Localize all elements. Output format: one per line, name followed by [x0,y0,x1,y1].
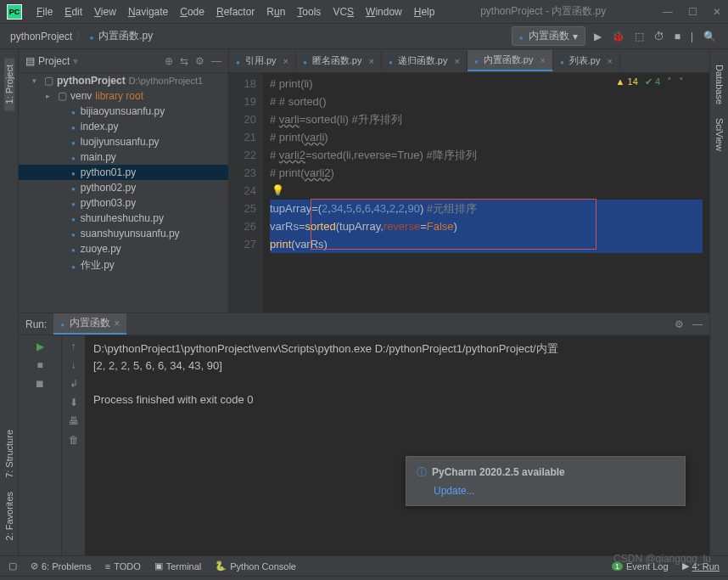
editor-tab[interactable]: 列表.py× [553,51,620,70]
sidebar-sciview[interactable]: SciView [714,111,725,158]
menu-help[interactable]: Help [408,6,441,18]
breadcrumb: pythonProject 〉 内置函数.py [10,29,153,43]
tree-file[interactable]: main.py [19,149,228,165]
tree-file[interactable]: 作业.py [19,256,228,274]
code-editor[interactable]: 💡 # print(li)# # sorted()# varli=sorted(… [263,73,709,313]
close-icon[interactable]: ✕ [713,6,721,18]
run-label: Run: [25,318,47,330]
project-tree[interactable]: ▾▢ pythonProject D:\pythonProject1 ▸▢ ve… [19,73,228,313]
down-icon[interactable]: ↓ [71,359,76,371]
minimize-icon[interactable]: — [663,6,673,18]
window-title: pythonProject - 内置函数.py [480,4,606,19]
run-config-selector[interactable]: 内置函数 ▾ [512,26,585,46]
annotation-box [311,199,596,250]
project-panel-title: Project [38,55,70,67]
tools-icon[interactable]: ▢ [8,560,17,572]
menu-vcs[interactable]: VCS [327,6,360,18]
sidebar-favorites[interactable]: 2: Favorites [4,485,14,547]
gear-icon[interactable]: ⚙ [195,55,204,67]
sidebar-database[interactable]: Database [714,58,725,111]
tree-file[interactable]: python03.py [19,195,228,211]
menu-tools[interactable]: Tools [291,6,327,18]
maximize-icon[interactable]: ☐ [688,6,697,18]
run-tab[interactable]: 内置函数 × [53,313,126,335]
breadcrumb-file[interactable]: 内置函数.py [98,29,153,43]
menu-file[interactable]: File [31,6,59,18]
menu-refactor[interactable]: Refactor [210,6,260,18]
menu-run[interactable]: Run [260,6,291,18]
menu-edit[interactable]: Edit [59,6,88,18]
debug-button[interactable]: 🐞 [610,29,626,44]
watermark: CSDN @qiangqqq_lu [613,553,711,565]
tree-file[interactable]: python01.py [19,165,228,180]
stop-icon[interactable]: ■ [673,29,682,44]
tree-file[interactable]: bijiaoyunsuanfu.py [19,104,228,119]
terminal-tab[interactable]: ▣ Terminal [154,560,202,572]
menu-view[interactable]: View [88,6,122,18]
scroll-icon[interactable]: ⬇ [70,397,78,408]
python-console-tab[interactable]: 🐍 Python Console [215,560,296,572]
stop-icon[interactable]: ■ [36,359,42,371]
tree-file[interactable]: index.py [19,119,228,134]
gear-icon[interactable]: ⚙ [675,318,684,330]
bulb-icon[interactable]: 💡 [272,182,284,200]
menu-window[interactable]: Window [360,6,408,18]
up-icon[interactable]: ↑ [71,341,76,352]
tree-file[interactable]: luojiyunsuanfu.py [19,134,228,149]
wrap-icon[interactable]: ↲ [70,378,78,390]
chevron-down-icon[interactable]: ˅ [679,76,684,87]
todo-tab[interactable]: ≡ TODO [105,561,141,572]
rerun-icon[interactable]: ▶ [36,341,44,352]
chevron-up-icon[interactable]: ˄ [667,76,672,87]
exit-icon[interactable]: ⏹ [35,378,45,390]
search-icon[interactable]: 🔍 [702,29,718,44]
print-icon[interactable]: 🖶 [69,415,79,427]
sidebar-project[interactable]: 1: Project [4,58,14,110]
editor-tab[interactable]: 引用.py× [229,51,296,70]
update-popup: ⓘPyCharm 2020.2.5 available Update... [406,456,686,506]
run-button[interactable]: ▶ [592,29,603,44]
editor-tab[interactable]: 匿名函数.py× [296,51,382,70]
tree-file[interactable]: shuruheshuchu.py [19,211,228,226]
problems-tab[interactable]: ⊘ 6: Problems [31,560,92,572]
editor-tab[interactable]: 递归函数.py× [382,51,468,70]
tree-file[interactable]: zuoye.py [19,241,228,256]
hide-icon[interactable]: — [211,55,221,67]
coverage-icon[interactable]: ⬚ [633,29,646,44]
tree-file[interactable]: python02.py [19,180,228,195]
divider: | [689,29,695,44]
profile-icon[interactable]: ⏱ [652,29,666,44]
ok-indicator[interactable]: ✔ 4 [645,76,660,87]
locate-icon[interactable]: ⊕ [165,55,173,67]
breadcrumb-project[interactable]: pythonProject [10,31,72,42]
line-gutter: 18192021222324252627 [229,73,263,313]
warnings-indicator[interactable]: ▲ 14 [616,76,638,87]
editor-tab[interactable]: 内置函数.py× [468,50,553,71]
menu-navigate[interactable]: Navigate [122,6,174,18]
app-logo: PC [7,4,22,20]
editor-tabs: 引用.py×匿名函数.py×递归函数.py×内置函数.py×列表.py× [229,49,709,73]
collapse-icon[interactable]: ⇆ [180,55,188,67]
hide-icon[interactable]: — [692,318,703,330]
info-icon: ⓘ [417,466,427,478]
menu-code[interactable]: Code [174,6,210,18]
run-output[interactable]: D:\pythonProject1\pythonProject\venv\Scr… [85,335,709,555]
update-link[interactable]: Update... [434,485,475,497]
sidebar-structure[interactable]: 7: Structure [4,423,14,485]
tree-file[interactable]: suanshuyunsuanfu.py [19,226,228,241]
trash-icon[interactable]: 🗑 [69,434,79,446]
